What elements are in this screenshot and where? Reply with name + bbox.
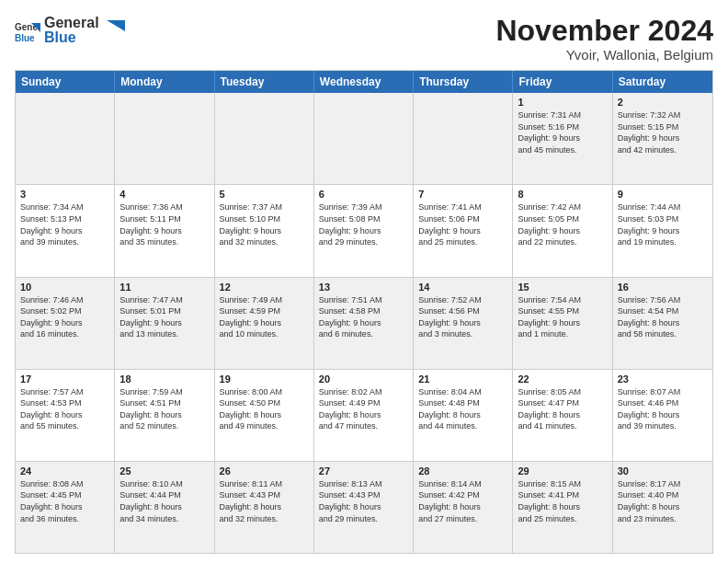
calendar-row: 1Sunrise: 7:31 AMSunset: 5:16 PMDaylight…	[16, 93, 712, 185]
calendar-cell: 8Sunrise: 7:42 AMSunset: 5:05 PMDaylight…	[513, 185, 612, 276]
day-number: 9	[618, 189, 708, 200]
day-number: 21	[418, 373, 507, 385]
day-number: 10	[20, 282, 109, 293]
calendar-cell: 12Sunrise: 7:49 AMSunset: 4:59 PMDayligh…	[215, 278, 314, 369]
calendar-header-cell: Sunday	[16, 71, 115, 93]
calendar-row: 17Sunrise: 7:57 AMSunset: 4:53 PMDayligh…	[16, 370, 712, 462]
svg-text:Blue: Blue	[15, 33, 35, 43]
day-info: Sunrise: 7:51 AMSunset: 4:58 PMDaylight:…	[319, 294, 408, 340]
day-number: 8	[518, 189, 607, 200]
day-number: 17	[20, 373, 109, 385]
day-info: Sunrise: 8:00 AMSunset: 4:50 PMDaylight:…	[220, 386, 309, 432]
calendar-cell: 30Sunrise: 8:17 AMSunset: 4:40 PMDayligh…	[613, 462, 712, 553]
day-info: Sunrise: 7:47 AMSunset: 5:01 PMDaylight:…	[119, 294, 209, 340]
calendar-row: 24Sunrise: 8:08 AMSunset: 4:45 PMDayligh…	[16, 462, 712, 553]
calendar-cell: 5Sunrise: 7:37 AMSunset: 5:10 PMDaylight…	[215, 185, 314, 276]
calendar-cell: 19Sunrise: 8:00 AMSunset: 4:50 PMDayligh…	[215, 370, 314, 461]
day-info: Sunrise: 8:14 AMSunset: 4:42 PMDaylight:…	[418, 478, 507, 524]
calendar-cell: 24Sunrise: 8:08 AMSunset: 4:45 PMDayligh…	[16, 462, 115, 553]
calendar: SundayMondayTuesdayWednesdayThursdayFrid…	[15, 70, 713, 554]
page: General Blue General Blue November 2024 …	[0, 0, 728, 563]
calendar-cell	[215, 93, 314, 184]
day-number: 2	[618, 97, 708, 108]
calendar-cell: 10Sunrise: 7:46 AMSunset: 5:02 PMDayligh…	[16, 278, 115, 369]
calendar-header-cell: Saturday	[613, 71, 712, 93]
day-number: 16	[618, 282, 708, 293]
calendar-cell: 7Sunrise: 7:41 AMSunset: 5:06 PMDaylight…	[414, 185, 513, 276]
calendar-cell: 20Sunrise: 8:02 AMSunset: 4:49 PMDayligh…	[314, 370, 414, 461]
calendar-cell: 14Sunrise: 7:52 AMSunset: 4:56 PMDayligh…	[414, 278, 513, 369]
calendar-cell: 25Sunrise: 8:10 AMSunset: 4:44 PMDayligh…	[115, 462, 214, 553]
calendar-cell: 21Sunrise: 8:04 AMSunset: 4:48 PMDayligh…	[414, 370, 513, 461]
day-info: Sunrise: 7:54 AMSunset: 4:55 PMDaylight:…	[518, 294, 607, 340]
logo: General Blue General Blue	[15, 15, 125, 45]
day-number: 23	[618, 373, 708, 385]
day-number: 28	[418, 465, 507, 477]
day-info: Sunrise: 7:32 AMSunset: 5:15 PMDaylight:…	[618, 109, 708, 155]
day-info: Sunrise: 8:04 AMSunset: 4:48 PMDaylight:…	[418, 386, 507, 432]
calendar-cell: 23Sunrise: 8:07 AMSunset: 4:46 PMDayligh…	[613, 370, 712, 461]
calendar-header-cell: Friday	[513, 71, 612, 93]
calendar-cell: 27Sunrise: 8:13 AMSunset: 4:43 PMDayligh…	[314, 462, 414, 553]
day-info: Sunrise: 7:42 AMSunset: 5:05 PMDaylight:…	[518, 201, 607, 247]
day-number: 20	[319, 373, 408, 385]
day-number: 22	[518, 373, 607, 385]
calendar-cell	[16, 93, 115, 184]
day-info: Sunrise: 8:02 AMSunset: 4:49 PMDaylight:…	[319, 386, 408, 432]
day-number: 19	[220, 373, 309, 385]
calendar-cell: 13Sunrise: 7:51 AMSunset: 4:58 PMDayligh…	[314, 278, 414, 369]
calendar-row: 3Sunrise: 7:34 AMSunset: 5:13 PMDaylight…	[16, 185, 712, 277]
calendar-cell	[414, 93, 513, 184]
day-number: 6	[319, 189, 408, 200]
day-number: 5	[220, 189, 309, 200]
calendar-cell: 6Sunrise: 7:39 AMSunset: 5:08 PMDaylight…	[314, 185, 414, 276]
calendar-cell: 17Sunrise: 7:57 AMSunset: 4:53 PMDayligh…	[16, 370, 115, 461]
day-info: Sunrise: 7:52 AMSunset: 4:56 PMDaylight:…	[418, 294, 507, 340]
day-info: Sunrise: 7:31 AMSunset: 5:16 PMDaylight:…	[518, 109, 607, 155]
day-number: 12	[220, 282, 309, 293]
page-title: November 2024	[495, 15, 713, 47]
calendar-body: 1Sunrise: 7:31 AMSunset: 5:16 PMDaylight…	[16, 93, 712, 553]
day-number: 25	[119, 465, 209, 477]
calendar-cell: 28Sunrise: 8:14 AMSunset: 4:42 PMDayligh…	[414, 462, 513, 553]
calendar-cell: 16Sunrise: 7:56 AMSunset: 4:54 PMDayligh…	[613, 278, 712, 369]
day-number: 14	[418, 282, 507, 293]
day-number: 29	[518, 465, 607, 477]
day-number: 30	[618, 465, 708, 477]
day-number: 13	[319, 282, 408, 293]
calendar-cell: 18Sunrise: 7:59 AMSunset: 4:51 PMDayligh…	[115, 370, 214, 461]
calendar-cell: 4Sunrise: 7:36 AMSunset: 5:11 PMDaylight…	[115, 185, 214, 276]
day-number: 26	[220, 465, 309, 477]
calendar-header: SundayMondayTuesdayWednesdayThursdayFrid…	[16, 71, 712, 93]
calendar-cell: 26Sunrise: 8:11 AMSunset: 4:43 PMDayligh…	[215, 462, 314, 553]
calendar-header-cell: Thursday	[414, 71, 513, 93]
day-info: Sunrise: 7:39 AMSunset: 5:08 PMDaylight:…	[319, 201, 408, 247]
calendar-header-cell: Wednesday	[314, 71, 414, 93]
title-block: November 2024 Yvoir, Wallonia, Belgium	[495, 15, 713, 63]
calendar-cell	[314, 93, 414, 184]
day-info: Sunrise: 8:15 AMSunset: 4:41 PMDaylight:…	[518, 478, 607, 524]
logo-icon: General Blue	[15, 17, 40, 43]
day-info: Sunrise: 7:36 AMSunset: 5:11 PMDaylight:…	[119, 201, 209, 247]
calendar-cell: 1Sunrise: 7:31 AMSunset: 5:16 PMDaylight…	[513, 93, 612, 184]
day-info: Sunrise: 8:05 AMSunset: 4:47 PMDaylight:…	[518, 386, 607, 432]
day-info: Sunrise: 8:13 AMSunset: 4:43 PMDaylight:…	[319, 478, 408, 524]
calendar-cell: 2Sunrise: 7:32 AMSunset: 5:15 PMDaylight…	[613, 93, 712, 184]
calendar-cell: 9Sunrise: 7:44 AMSunset: 5:03 PMDaylight…	[613, 185, 712, 276]
calendar-cell: 15Sunrise: 7:54 AMSunset: 4:55 PMDayligh…	[513, 278, 612, 369]
logo-blue: Blue	[44, 29, 99, 46]
calendar-cell: 11Sunrise: 7:47 AMSunset: 5:01 PMDayligh…	[115, 278, 214, 369]
header: General Blue General Blue November 2024 …	[15, 15, 713, 63]
calendar-cell: 22Sunrise: 8:05 AMSunset: 4:47 PMDayligh…	[513, 370, 612, 461]
day-number: 11	[119, 282, 209, 293]
day-info: Sunrise: 8:07 AMSunset: 4:46 PMDaylight:…	[618, 386, 708, 432]
day-number: 1	[518, 97, 607, 108]
day-info: Sunrise: 7:37 AMSunset: 5:10 PMDaylight:…	[220, 201, 309, 247]
day-number: 27	[319, 465, 408, 477]
day-info: Sunrise: 7:59 AMSunset: 4:51 PMDaylight:…	[119, 386, 209, 432]
day-info: Sunrise: 8:17 AMSunset: 4:40 PMDaylight:…	[618, 478, 708, 524]
logo-general: General	[44, 15, 99, 31]
day-number: 4	[119, 189, 209, 200]
svg-marker-3	[107, 20, 125, 31]
day-number: 15	[518, 282, 607, 293]
